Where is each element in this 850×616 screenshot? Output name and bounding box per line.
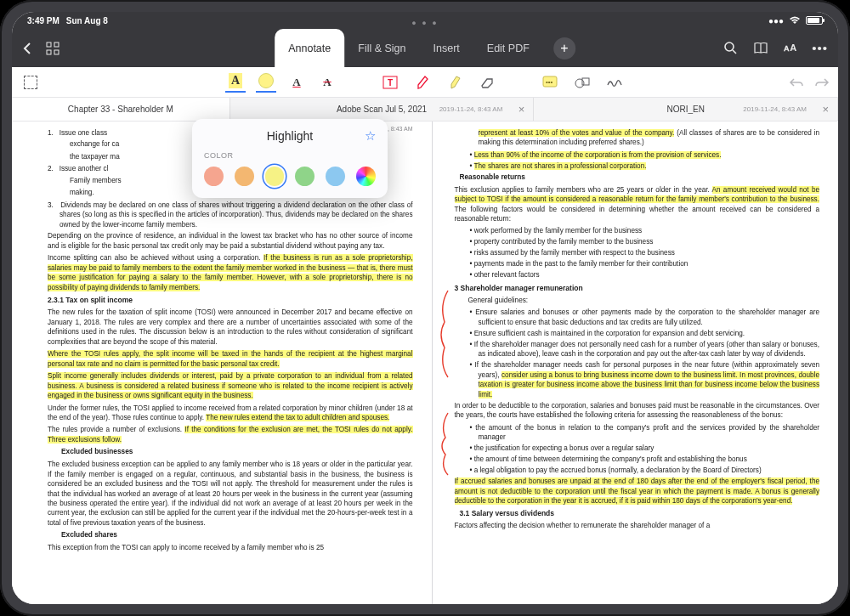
highlight-text-tool[interactable]: A [225,72,246,93]
underline-tool[interactable]: A [286,72,307,93]
svg-point-4 [725,42,734,51]
redo-button[interactable] [814,76,830,88]
text-box-tool[interactable]: T [380,72,400,93]
annotation-toolbar: A A A T ••• [12,67,838,98]
selection-tool[interactable] [20,72,41,93]
ink-annotation [438,410,453,478]
document-tabs: Chapter 33 - Shareholder M Adobe Scan Ju… [12,98,838,122]
signal-icon: ●●● [768,16,784,25]
heading-salary-dividends: 3.1 Salary versus dividends [460,509,820,519]
highlight: consider using a bonus to bring business… [479,371,820,398]
highlight: The new rules extend the tax to adult ch… [206,414,389,421]
doc-tab-2-timestamp: 2019-11-24, 8:43 AM [439,105,503,113]
grab-handle-icon[interactable]: ● ● ● [411,19,438,27]
doc-tab-2-label: Adobe Scan Jul 5, 2021 [337,105,427,114]
more-icon[interactable]: ••• [812,41,828,55]
color-green[interactable] [295,167,314,186]
book-icon[interactable] [753,42,768,54]
svg-rect-1 [54,42,59,47]
doc-tab-3-timestamp: 2019-11-24, 8:43 AM [743,105,807,113]
back-button[interactable] [22,42,32,55]
color-label: COLOR [204,151,376,160]
color-blue[interactable] [326,167,345,186]
svg-line-5 [733,50,736,54]
tab-edit-pdf[interactable]: Edit PDF [473,29,543,67]
wifi-icon [789,16,801,25]
highlight: represent at least 10% of the votes and … [479,129,675,137]
marker-tool[interactable] [445,72,465,93]
ink-annotation [436,288,453,381]
svg-text:•••: ••• [546,78,553,86]
signature-tool[interactable] [604,72,625,93]
highlight: Where the TOSI rules apply, the split in… [48,350,413,367]
highlight: Less than 90% of the income of the corpo… [474,151,722,159]
svg-rect-3 [54,50,59,54]
strikethrough-tool[interactable]: A [317,72,337,93]
status-time: 3:49 PM [27,16,60,25]
heading-excluded-shares: Excluded shares [61,530,413,540]
color-yellow[interactable] [265,167,285,186]
add-tab-button[interactable]: + [553,37,575,59]
svg-rect-2 [47,50,51,54]
shapes-tool[interactable] [572,72,592,93]
doc-tab-1-label: Chapter 33 - Shareholder M [68,105,173,114]
highlight-popover: Highlight ☆ COLOR [192,119,388,198]
highlight-color-tool[interactable] [256,72,276,93]
color-red[interactable] [204,167,224,186]
main-toolbar: ● ● ● Annotate Fill & Sign Insert Edit P… [12,29,838,67]
favorite-icon[interactable]: ☆ [365,128,376,144]
document-area[interactable]: 2019-11-24, 8:43 AM 1. Issue one class e… [12,122,838,604]
text-size-icon[interactable]: ᴀA [784,42,796,54]
heading-shareholder-remuneration: 3 Shareholder manager remuneration [455,284,820,294]
grid-icon[interactable] [46,42,60,55]
color-orange[interactable] [235,167,254,186]
page-right[interactable]: represent at least 10% of the votes and … [432,122,839,604]
undo-button[interactable] [789,76,804,88]
tab-annotate[interactable]: Annotate [275,29,344,67]
tab-fill-sign[interactable]: Fill & Sign [344,29,419,67]
svg-rect-0 [47,42,51,47]
eraser-tool[interactable] [477,72,497,93]
close-tab-3[interactable]: × [822,103,829,116]
note-tool[interactable]: ••• [540,72,560,93]
highlight: Split income generally includes dividend… [48,372,413,399]
tab-insert[interactable]: Insert [420,29,473,67]
color-wheel[interactable] [356,167,376,186]
heading-reasonable: Reasonable returns [460,172,820,183]
doc-tab-1[interactable]: Chapter 33 - Shareholder M [12,98,230,121]
close-tab-2[interactable]: × [518,103,525,116]
svg-text:T: T [388,78,393,88]
doc-tab-2[interactable]: Adobe Scan Jul 5, 2021 2019-11-24, 8:43 … [230,98,535,121]
highlight: The shares are not shares in a professio… [474,162,647,170]
battery-icon [806,16,823,25]
search-icon[interactable] [723,41,738,55]
doc-tab-3[interactable]: NORI_EN 2019-11-24, 8:43 AM × [534,98,838,121]
doc-tab-3-label: NORI_EN [666,105,704,114]
popover-title: Highlight [267,129,313,143]
heading-tosi: 2.3.1 Tax on split income [48,296,413,306]
status-date: Sun Aug 8 [66,16,108,25]
highlight: If accrued salaries and bonuses are unpa… [455,478,820,505]
pen-tool[interactable] [412,72,433,93]
heading-excluded-biz: Excluded businesses [61,447,413,457]
